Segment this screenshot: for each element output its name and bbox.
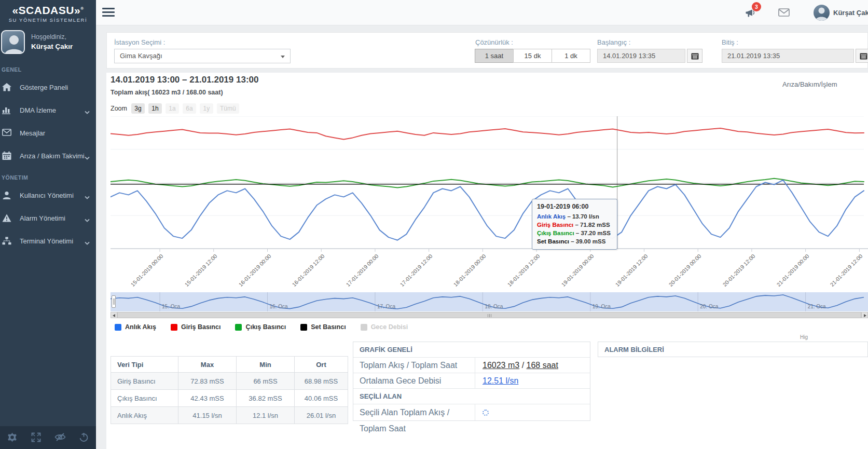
toplam-akis-link[interactable]: 16023 m3 (483, 361, 519, 370)
stats-cell: Anlık Akış (111, 407, 178, 424)
start-date-input[interactable]: 14.01.2019 13:35 (597, 49, 685, 63)
legend-label: Giriş Basıncı (181, 323, 221, 331)
resolution-button-1saat[interactable]: 1 saat (475, 49, 514, 63)
tooltip-row: Çıkış Basıncı – 37.20 mSS (537, 229, 612, 237)
chart-title: 14.01.2019 13:00 – 21.01.2019 13:00 (111, 75, 258, 85)
eye-off-icon[interactable] (54, 432, 66, 443)
sidebar-item-dma-izleme[interactable]: DMA İzleme (0, 99, 96, 121)
resolution-button-group: 1 saat 15 dk 1 dk (475, 49, 590, 63)
resolution-button-1dk[interactable]: 1 dk (552, 49, 590, 63)
alert-triangle-icon (2, 214, 12, 223)
x-axis-tick-label: 20-01-2019 12:00 (721, 253, 756, 288)
home-icon (2, 83, 12, 92)
legend-color-swatch (300, 324, 307, 331)
stats-cell: 40.06 mSS (295, 390, 348, 407)
messages-envelope-icon[interactable] (778, 8, 790, 19)
legend-color-swatch (171, 324, 177, 331)
zoom-label: Zoom (111, 105, 127, 112)
station-select-value: Gima Kavşağı (120, 52, 162, 60)
navigator-handle[interactable] (112, 295, 116, 308)
stats-cell: 12.1 l/sn (237, 407, 295, 424)
notification-badge[interactable]: 3 (752, 2, 761, 11)
brand-text: «SCADASU» (12, 4, 80, 16)
section-label-genel: GENEL (0, 59, 96, 76)
sidebar-item-kullanici-yonetimi[interactable]: Kullanıcı Yönetimi (0, 184, 96, 207)
sidebar-item-gosterge-paneli[interactable]: Gösterge Paneli (0, 76, 96, 99)
ariza-bakim-islem-link[interactable]: Arıza/Bakım/İşlem (782, 80, 837, 88)
alarm-bilgileri-title: ALARM BİLGİLERİ (598, 342, 868, 357)
chart-legend: Anlık AkışGiriş BasıncıÇıkış BasıncıSet … (115, 322, 422, 332)
gece-debisi-link[interactable]: 12.51 l/sn (483, 376, 518, 385)
section-label-yonetim: YÖNETIM (0, 167, 96, 184)
legend-item-anlık-akış[interactable]: Anlık Akış (115, 323, 156, 331)
sidebar-item-label: Arıza / Bakım Takvimi (20, 152, 85, 160)
stats-cell: 42.43 mSS (178, 390, 237, 407)
stats-header: Min (237, 357, 295, 373)
scrollbar-left-arrow[interactable] (111, 312, 117, 318)
cozunurluk-label: Çözünürlük : (475, 38, 513, 46)
sidebar-item-mesajlar[interactable]: Mesajlar (0, 121, 96, 144)
chart-zoom-button-tümü: Tümü (217, 103, 239, 114)
scrollbar-thumb[interactable] (117, 312, 861, 318)
registered-mark: ® (80, 6, 84, 11)
sidebar-item-label: Terminal Yönetimi (20, 237, 85, 245)
calendar-icon (860, 52, 867, 60)
x-axis-tick-label: 16-01-2019 00:00 (237, 253, 272, 288)
legend-item-gece-debisi[interactable]: Gece Debisi (361, 323, 408, 331)
chevron-down-icon (85, 193, 91, 197)
calendar-icon (2, 152, 12, 160)
legend-item-çıkış-basıncı[interactable]: Çıkış Basıncı (235, 323, 286, 331)
end-date-calendar-button[interactable] (856, 49, 868, 63)
stats-cell: Giriş Basıncı (111, 373, 178, 390)
chart-subtitle: Toplam akış( 16023 m3 / 168.00 saat) (111, 89, 223, 96)
person-silhouette-icon (2, 31, 25, 54)
secili-alan-title: SEÇİLİ ALAN (353, 392, 402, 400)
topbar-avatar[interactable] (814, 5, 830, 21)
resolution-button-15dk[interactable]: 15 dk (513, 49, 552, 63)
slash-separator: / (522, 361, 527, 370)
tooltip-row: Giriş Basıncı – 71.82 mSS (537, 221, 612, 229)
chevron-down-icon (85, 154, 91, 158)
sidebar-item-ariza-bakim-takvimi[interactable]: Arıza / Bakım Takvimi (0, 144, 96, 167)
legend-color-swatch (115, 324, 121, 331)
start-date-calendar-button[interactable] (687, 49, 702, 63)
chart-zoom-button-3g[interactable]: 3g (131, 103, 145, 114)
legend-label: Çıkış Basıncı (245, 323, 286, 331)
x-axis-tick-label: 15-01-2019 12:00 (183, 253, 218, 288)
row-label: Toplam Akış / Toplam Saat (353, 358, 475, 373)
stats-table: Veri Tipi Max Min Ort Giriş Basıncı 72.8… (111, 356, 348, 424)
hamburger-menu-icon[interactable] (102, 8, 115, 19)
stats-cell: Çıkış Basıncı (111, 390, 178, 407)
envelope-icon (2, 129, 12, 138)
sidebar-item-label: Gösterge Paneli (20, 84, 91, 91)
legend-item-giriş-basıncı[interactable]: Giriş Basıncı (171, 323, 221, 331)
avatar[interactable] (1, 30, 25, 54)
chart-credit-link[interactable]: Hig (800, 334, 808, 340)
chart-scrollbar[interactable] (111, 312, 868, 318)
sidebar-item-alarm-yonetimi[interactable]: Alarm Yönetimi (0, 207, 96, 229)
gear-icon[interactable] (6, 432, 18, 443)
table-row: Giriş Basıncı 72.83 mSS 66 mSS 68.98 mSS (111, 373, 348, 390)
fullscreen-icon[interactable] (30, 432, 42, 443)
x-axis-tick-label: 19-01-2019 12:00 (614, 253, 649, 288)
navigator-date-label: 15. Oca (162, 304, 180, 309)
x-axis-tick-label: 17-01-2019 12:00 (398, 253, 433, 288)
stats-header: Veri Tipi (111, 357, 178, 373)
main-chart-plot[interactable] (111, 116, 868, 253)
row-label: Ortalama Gece Debisi (353, 373, 475, 389)
chart-navigator[interactable]: 15. Oca16. Oca17. Oca18. Oca19. Oca20. O… (111, 292, 868, 311)
topbar-username[interactable]: Kürşat Çakır (833, 9, 868, 17)
end-date-input[interactable]: 21.01.2019 13:35 (722, 49, 854, 63)
sidebar-item-terminal-yonetimi[interactable]: Terminal Yönetimi (0, 229, 96, 252)
chart-zoom-button-1h[interactable]: 1h (148, 103, 162, 114)
station-select[interactable]: Gima Kavşağı (114, 49, 291, 63)
scrollbar-right-arrow[interactable] (861, 312, 868, 318)
caret-down-icon (281, 56, 285, 58)
legend-item-set-basıncı[interactable]: Set Basıncı (300, 323, 346, 331)
calendar-icon (691, 52, 699, 60)
power-icon[interactable] (78, 432, 90, 443)
grafik-geneli-table: GRAFİK GENELİ Toplam Akış / Toplam Saat … (353, 342, 590, 421)
toplam-saat-link[interactable]: 168 saat (527, 361, 558, 370)
brand-logo[interactable]: «SCADASU»® SU YÖNETİM SİSTEMLERİ (0, 0, 96, 26)
chevron-down-icon (85, 216, 91, 220)
